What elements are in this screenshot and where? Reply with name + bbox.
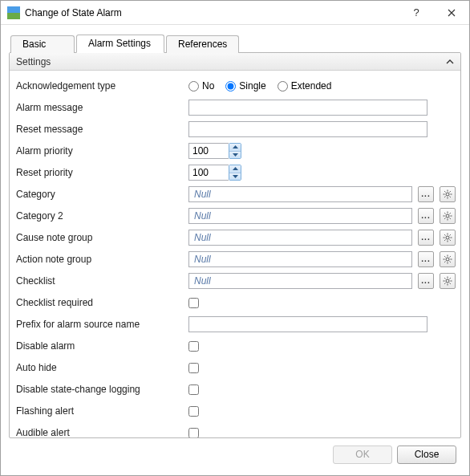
category2-browse-button[interactable]: ... <box>418 208 434 224</box>
label-cause-note-group: Cause note group <box>16 232 188 243</box>
svg-line-15 <box>450 218 451 219</box>
category-gear-button[interactable] <box>440 186 456 202</box>
prefix-source-input[interactable] <box>188 316 427 332</box>
action-note-group-input[interactable]: Null <box>188 251 412 267</box>
category-browse-button[interactable]: ... <box>418 186 434 202</box>
svg-line-44 <box>444 283 445 284</box>
tab-references[interactable]: References <box>166 35 239 53</box>
flashing-alert-checkbox[interactable] <box>188 406 199 417</box>
svg-line-24 <box>450 240 451 241</box>
checklist-browse-button[interactable]: ... <box>418 273 434 289</box>
radio-no[interactable]: No <box>188 80 214 92</box>
label-disable-alarm: Disable alarm <box>16 340 188 352</box>
svg-point-36 <box>446 279 449 283</box>
svg-line-6 <box>450 197 451 197</box>
gear-icon <box>443 276 452 286</box>
alarm-priority-input[interactable] <box>188 143 229 159</box>
svg-line-17 <box>444 218 445 219</box>
category2-gear-button[interactable] <box>440 208 456 224</box>
cause-note-group-gear-button[interactable] <box>440 230 456 246</box>
close-button[interactable]: Close <box>397 445 456 464</box>
dialog-window: Change of State Alarm ? Basic Alarm Sett… <box>0 0 470 476</box>
label-alarm-priority: Alarm priority <box>16 145 188 157</box>
label-checklist-required: Checklist required <box>16 297 188 308</box>
label-auto-hide: Auto hide <box>16 362 188 373</box>
label-reset-priority: Reset priority <box>16 167 188 178</box>
disable-logging-checkbox[interactable] <box>188 384 199 395</box>
action-note-group-browse-button[interactable]: ... <box>418 251 434 267</box>
section-title: Settings <box>16 56 51 67</box>
radio-single[interactable]: Single <box>225 80 265 92</box>
label-ack-type: Acknowledgement type <box>16 80 188 92</box>
alarm-priority-up[interactable] <box>229 144 241 152</box>
label-alarm-message: Alarm message <box>16 102 188 113</box>
cause-note-group-input[interactable]: Null <box>188 230 412 246</box>
svg-point-0 <box>446 193 449 196</box>
category2-input[interactable]: Null <box>188 208 412 224</box>
radio-extended[interactable]: Extended <box>278 80 332 92</box>
action-note-group-gear-button[interactable] <box>440 251 456 267</box>
tab-alarm-settings[interactable]: Alarm Settings <box>76 35 164 53</box>
checklist-input[interactable]: Null <box>188 273 412 289</box>
gear-icon <box>443 254 452 264</box>
svg-line-7 <box>450 191 451 192</box>
reset-priority-spinner <box>188 165 241 181</box>
label-reset-message: Reset message <box>16 124 188 135</box>
label-audible-alert: Audible alert <box>16 427 188 437</box>
label-checklist: Checklist <box>16 275 188 287</box>
gear-icon <box>443 211 452 221</box>
tab-strip: Basic Alarm Settings References <box>10 33 461 52</box>
radio-single-input[interactable] <box>225 81 236 92</box>
radio-no-input[interactable] <box>188 81 199 92</box>
tab-basic[interactable]: Basic <box>10 35 75 53</box>
gear-icon <box>443 233 452 242</box>
radio-extended-input[interactable] <box>278 81 288 92</box>
dialog-footer: OK Close <box>9 438 461 470</box>
alarm-message-input[interactable] <box>188 100 427 116</box>
svg-line-14 <box>444 213 445 214</box>
alarm-priority-down[interactable] <box>229 152 241 159</box>
label-action-note-group: Action note group <box>16 254 188 265</box>
checklist-required-checkbox[interactable] <box>188 298 199 308</box>
svg-line-16 <box>450 213 451 214</box>
svg-point-27 <box>446 258 449 261</box>
svg-line-25 <box>450 234 451 235</box>
collapse-icon[interactable] <box>444 56 456 67</box>
svg-line-42 <box>450 283 451 284</box>
reset-priority-up[interactable] <box>229 165 241 173</box>
label-flashing-alert: Flashing alert <box>16 405 188 417</box>
reset-message-input[interactable] <box>188 121 427 137</box>
label-category2: Category 2 <box>16 210 188 222</box>
svg-point-18 <box>446 236 449 239</box>
svg-line-34 <box>450 256 451 257</box>
section-body: Acknowledgement type No Single Extend <box>10 71 460 437</box>
audible-alert-checkbox[interactable] <box>188 428 199 438</box>
app-icon <box>7 6 20 19</box>
svg-line-5 <box>444 191 445 192</box>
svg-line-43 <box>450 278 451 279</box>
label-prefix-source: Prefix for alarm source name <box>16 319 188 330</box>
svg-line-23 <box>444 234 445 235</box>
category-input[interactable]: Null <box>188 186 412 202</box>
svg-line-32 <box>444 256 445 257</box>
window-title: Change of State Alarm <box>25 7 399 18</box>
svg-point-9 <box>446 214 449 218</box>
alarm-priority-spinner <box>188 143 241 159</box>
dialog-body: Basic Alarm Settings References Settings… <box>1 25 469 475</box>
svg-line-35 <box>444 262 445 262</box>
svg-line-26 <box>444 240 445 241</box>
section-header-settings[interactable]: Settings <box>10 53 460 71</box>
tab-panel: Settings Acknowledgement type No <box>9 52 461 438</box>
label-disable-logging: Disable state-change logging <box>16 384 188 395</box>
ack-type-group: No Single Extended <box>188 80 456 92</box>
ok-button[interactable]: OK <box>333 445 392 464</box>
auto-hide-checkbox[interactable] <box>188 363 199 373</box>
svg-line-8 <box>444 197 445 197</box>
cause-note-group-browse-button[interactable]: ... <box>418 230 434 246</box>
reset-priority-input[interactable] <box>188 165 229 181</box>
disable-alarm-checkbox[interactable] <box>188 341 199 352</box>
checklist-gear-button[interactable] <box>440 273 456 289</box>
reset-priority-down[interactable] <box>229 173 241 181</box>
close-window-button[interactable] <box>434 1 469 25</box>
help-button[interactable]: ? <box>399 1 434 25</box>
